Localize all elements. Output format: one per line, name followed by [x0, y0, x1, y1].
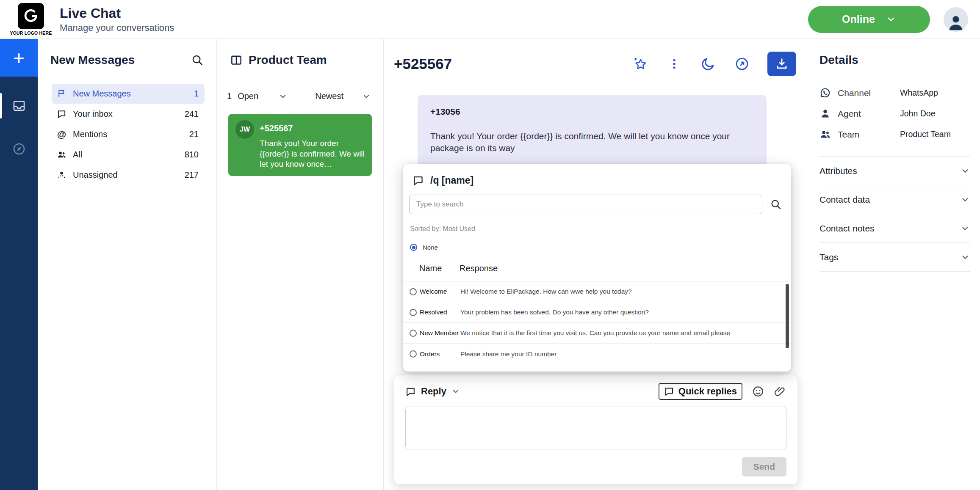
message-sender: +13056 [430, 107, 754, 117]
app-titles: Live Chat Manage your conversations [60, 6, 174, 33]
none-radio[interactable] [410, 244, 417, 251]
column-header-name: Name [419, 264, 460, 273]
column-header-response: Response [460, 264, 498, 273]
emoji-icon[interactable] [752, 385, 764, 398]
row-radio[interactable] [410, 330, 417, 337]
reply-toolbar: Reply Quick replies [405, 383, 786, 400]
sidebar-item-unassigned[interactable]: Unassigned 217 [52, 165, 205, 185]
favorite-star-button[interactable] [632, 55, 649, 72]
performance-nav-icon[interactable] [0, 135, 38, 163]
rail-active-indicator [0, 93, 2, 118]
online-status-button[interactable]: Online [808, 6, 930, 33]
quick-replies-button-label: Quick replies [678, 386, 737, 397]
section-contact-notes[interactable]: Contact notes [819, 214, 970, 243]
quick-reply-row-new-member[interactable]: New Member We notice that it is the firs… [403, 323, 791, 344]
field-label: Team [838, 129, 859, 140]
conversation-body: +525567 Thank you! Your order {{order}} … [260, 120, 365, 170]
sidebar-item-your-inbox[interactable]: Your inbox 241 [52, 104, 205, 124]
open-filter-dropdown[interactable]: 1 Open [227, 91, 287, 101]
field-label: Channel [838, 88, 871, 98]
chevron-down-icon [961, 195, 970, 204]
inbox-panel-header: New Messages [38, 53, 216, 67]
chat-actions [632, 52, 796, 76]
inbox-panel-title: New Messages [50, 53, 135, 67]
row-radio[interactable] [410, 350, 417, 358]
sorted-by-label: Sorted by: Most Used [410, 225, 791, 233]
jump-to-button[interactable] [734, 55, 750, 72]
details-title: Details [819, 53, 970, 67]
sidebar-item-new-messages[interactable]: New Messages 1 [52, 84, 205, 104]
snooze-button[interactable] [700, 55, 717, 72]
search-icon[interactable] [191, 54, 204, 66]
folder-count: 21 [189, 129, 199, 139]
details-field-team: Team Product Team [819, 124, 970, 144]
section-attributes[interactable]: Attributes [819, 157, 970, 185]
page-title: Live Chat [60, 6, 174, 21]
quick-replies-button[interactable]: Quick replies [659, 383, 742, 400]
logo-caption: YOUR LOGO HERE [10, 30, 52, 36]
inbox-folder-list: New Messages 1 Your inbox 241 @ Mentions… [38, 84, 216, 185]
chat-panel: +525567 [384, 39, 809, 490]
user-avatar[interactable] [944, 7, 968, 32]
row-radio[interactable] [410, 288, 417, 295]
folder-label: New Messages [73, 89, 131, 99]
quick-reply-name: Resolved [420, 308, 460, 316]
search-icon[interactable] [770, 198, 782, 210]
details-field-channel: Channel WhatsApp [819, 83, 970, 103]
reply-label: Reply [421, 386, 446, 397]
details-panel: Details Channel WhatsApp Agent John Doe … [809, 39, 980, 490]
field-value: John Doe [900, 109, 970, 118]
section-label: Tags [819, 252, 838, 262]
section-label: Contact data [819, 195, 870, 205]
none-option[interactable]: None [410, 244, 791, 251]
inbox-panel: New Messages New Messages 1 Your inbox 2… [38, 39, 217, 490]
people-icon [57, 150, 66, 160]
folder-count: 241 [185, 109, 199, 119]
sort-label: Newest [315, 91, 343, 101]
whatsapp-icon [819, 87, 831, 99]
send-button[interactable]: Send [742, 457, 786, 476]
message-text: Thank you! Your order {{order}} is confi… [430, 130, 739, 154]
page-subtitle: Manage your conversations [60, 22, 174, 33]
quick-reply-response: Please share me your ID number [460, 350, 569, 358]
chat-bubble-icon [405, 386, 416, 397]
section-contact-data[interactable]: Contact data [819, 185, 970, 214]
section-tags[interactable]: Tags [819, 243, 970, 272]
team-panel-header: Product Team [217, 53, 383, 67]
reply-mode-dropdown[interactable]: Reply [405, 386, 460, 397]
scrollbar-thumb[interactable] [786, 284, 789, 348]
sidebar-item-all[interactable]: All 810 [52, 145, 205, 165]
live-chat-app: YOUR LOGO HERE Live Chat Manage your con… [0, 0, 980, 490]
chevron-down-icon [961, 253, 970, 262]
sort-dropdown[interactable]: Newest [315, 91, 371, 101]
export-download-button[interactable] [767, 52, 796, 76]
quick-replies-search-input[interactable] [409, 195, 762, 214]
sidebar-item-mentions[interactable]: @ Mentions 21 [52, 124, 205, 144]
folder-label: All [73, 150, 82, 160]
logo-glyph-icon [23, 8, 39, 24]
conversation-preview: Thank you! Your order {{order}} is confi… [260, 138, 365, 170]
reply-tools: Quick replies [659, 383, 786, 400]
attachment-icon[interactable] [774, 385, 786, 398]
chevron-down-icon [886, 14, 896, 25]
team-panel-title: Product Team [249, 53, 327, 67]
reply-textarea[interactable] [405, 407, 786, 449]
chevron-down-icon [961, 166, 970, 176]
quick-reply-row-resolved[interactable]: Resolved Your problem has been solved. D… [403, 302, 791, 323]
chat-header: +525567 [384, 39, 809, 76]
conversation-filters: 1 Open Newest [217, 91, 383, 101]
more-options-button[interactable] [666, 55, 683, 72]
details-fields: Channel WhatsApp Agent John Doe Team Pro… [819, 83, 970, 144]
quick-reply-row-orders[interactable]: Orders Please share me your ID number [403, 344, 791, 364]
unassigned-person-icon [57, 170, 66, 180]
compass-icon [12, 142, 26, 156]
chat-bubble-icon [664, 386, 674, 396]
chat-contact-title: +525567 [394, 55, 452, 72]
inbox-nav-icon[interactable] [0, 92, 38, 120]
chevron-down-icon [451, 387, 460, 396]
row-radio[interactable] [410, 309, 417, 316]
conversation-list-item[interactable]: JW +525567 Thank you! Your order {{order… [228, 114, 372, 176]
new-conversation-button[interactable]: + [0, 39, 38, 77]
quick-reply-row-welcome[interactable]: Welcome Hi! Welcome to EliPackage. How c… [403, 281, 791, 302]
section-label: Attributes [819, 166, 857, 176]
